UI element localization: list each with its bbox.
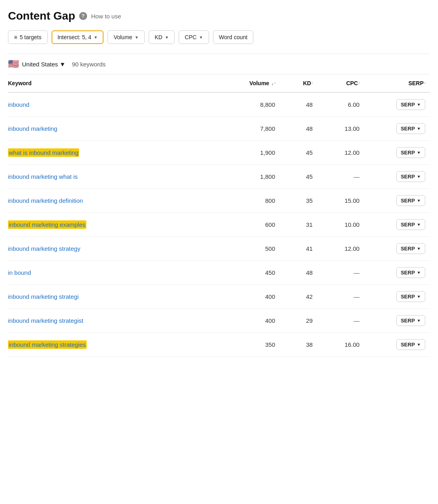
serp-button[interactable]: SERP ▼ xyxy=(396,339,425,350)
cpc-cell: 16.00 xyxy=(317,333,364,357)
kd-cell: 41 xyxy=(280,237,318,261)
location-bar: 🇺🇸 United States ▼ 90 keywords xyxy=(8,54,430,74)
serp-cell: SERP ▼ xyxy=(364,189,430,213)
keyword-cell: what is inbound marketing xyxy=(8,141,219,165)
intersect-button[interactable]: Intersect: 5, 4 ▼ xyxy=(52,30,104,44)
keywords-table: Keyword Volume ↓ⁱ KDⁱ CPCⁱ SERPⁱ in xyxy=(8,74,430,357)
page-container: Content Gap ? How to use ≡ 5 targets Int… xyxy=(0,0,438,504)
intersect-label: Intersect: 5, 4 xyxy=(58,34,92,40)
serp-label: SERP xyxy=(401,102,415,108)
serp-label: SERP xyxy=(401,174,415,180)
serp-button[interactable]: SERP ▼ xyxy=(396,195,425,206)
keyword-cell: inbound marketing xyxy=(8,117,219,141)
serp-cell: SERP ▼ xyxy=(364,333,430,357)
serp-button[interactable]: SERP ▼ xyxy=(396,315,425,326)
kd-cell: 35 xyxy=(280,189,318,213)
cpc-cell: — xyxy=(317,285,364,309)
table-row: in bound45048—SERP ▼ xyxy=(8,261,430,285)
serp-label: SERP xyxy=(401,318,415,324)
volume-cell: 500 xyxy=(219,237,280,261)
keyword-link[interactable]: inbound marketing xyxy=(8,125,57,132)
serp-chevron-icon: ▼ xyxy=(417,318,421,323)
column-header-cpc[interactable]: CPCⁱ xyxy=(317,74,364,92)
keyword-cell: inbound xyxy=(8,92,219,117)
kd-chevron-icon: ▼ xyxy=(165,35,169,40)
serp-cell: SERP ▼ xyxy=(364,213,430,237)
keyword-cell: inbound marketing strategist xyxy=(8,309,219,333)
table-row: inbound marketing what is1,80045—SERP ▼ xyxy=(8,165,430,189)
serp-label: SERP xyxy=(401,222,415,228)
column-header-volume[interactable]: Volume ↓ⁱ xyxy=(219,74,280,92)
targets-button[interactable]: ≡ 5 targets xyxy=(8,30,48,44)
keyword-link[interactable]: inbound marketing strategi xyxy=(8,293,79,300)
keyword-link[interactable]: inbound marketing strategy xyxy=(8,245,80,252)
kd-cell: 48 xyxy=(280,117,318,141)
volume-cell: 400 xyxy=(219,309,280,333)
volume-cell: 350 xyxy=(219,333,280,357)
kd-cell: 42 xyxy=(280,285,318,309)
cpc-cell: 10.00 xyxy=(317,213,364,237)
keyword-link[interactable]: inbound marketing strategist xyxy=(8,317,83,324)
kd-button[interactable]: KD ▼ xyxy=(149,30,175,44)
keyword-link[interactable]: inbound marketing examples xyxy=(8,220,86,229)
targets-label: 5 targets xyxy=(20,34,41,40)
serp-cell: SERP ▼ xyxy=(364,261,430,285)
serp-cell: SERP ▼ xyxy=(364,309,430,333)
cpc-info-icon: ⁱ xyxy=(359,82,360,86)
help-icon[interactable]: ? xyxy=(79,12,87,20)
serp-button[interactable]: SERP ▼ xyxy=(396,219,425,230)
serp-button[interactable]: SERP ▼ xyxy=(396,291,425,302)
serp-label: SERP xyxy=(401,246,415,252)
keyword-link[interactable]: inbound xyxy=(8,101,29,108)
serp-label: SERP xyxy=(401,198,415,204)
column-header-kd[interactable]: KDⁱ xyxy=(280,74,318,92)
serp-button[interactable]: SERP ▼ xyxy=(396,267,425,278)
cpc-cell: 6.00 xyxy=(317,92,364,117)
kd-cell: 31 xyxy=(280,213,318,237)
word-count-button[interactable]: Word count xyxy=(213,30,253,44)
keyword-cell: inbound marketing strategi xyxy=(8,285,219,309)
cpc-cell: 13.00 xyxy=(317,117,364,141)
cpc-cell: 15.00 xyxy=(317,189,364,213)
serp-label: SERP xyxy=(401,342,415,348)
keyword-link[interactable]: inbound marketing strategies xyxy=(8,340,87,349)
table-row: inbound marketing definition8003515.00SE… xyxy=(8,189,430,213)
keyword-link[interactable]: inbound marketing what is xyxy=(8,173,78,180)
column-header-keyword: Keyword xyxy=(8,74,219,92)
cpc-chevron-icon: ▼ xyxy=(199,35,203,40)
kd-cell: 45 xyxy=(280,165,318,189)
kd-info-icon: ⁱ xyxy=(312,82,313,86)
column-header-serp[interactable]: SERPⁱ xyxy=(364,74,430,92)
volume-cell: 1,900 xyxy=(219,141,280,165)
how-to-use-link[interactable]: How to use xyxy=(91,13,121,20)
serp-chevron-icon: ▼ xyxy=(417,102,421,107)
serp-button[interactable]: SERP ▼ xyxy=(396,171,425,182)
table-body: inbound8,800486.00SERP ▼inbound marketin… xyxy=(8,92,430,357)
volume-info-icon: ⁱ xyxy=(275,82,275,86)
serp-button[interactable]: SERP ▼ xyxy=(396,147,425,158)
keyword-count: 90 keywords xyxy=(72,61,106,68)
volume-cell: 7,800 xyxy=(219,117,280,141)
volume-chevron-icon: ▼ xyxy=(135,35,139,40)
country-selector[interactable]: United States ▼ xyxy=(22,61,66,68)
serp-chevron-icon: ▼ xyxy=(417,270,421,275)
kd-cell: 38 xyxy=(280,333,318,357)
serp-button[interactable]: SERP ▼ xyxy=(396,243,425,254)
sort-icon: ↓ xyxy=(272,82,274,86)
serp-chevron-icon: ▼ xyxy=(417,174,421,179)
toolbar: ≡ 5 targets Intersect: 5, 4 ▼ Volume ▼ K… xyxy=(8,30,430,44)
keyword-link[interactable]: in bound xyxy=(8,269,31,276)
volume-cell: 400 xyxy=(219,285,280,309)
country-chevron-icon: ▼ xyxy=(60,61,66,68)
keyword-link[interactable]: inbound marketing definition xyxy=(8,197,83,204)
page-title: Content Gap xyxy=(8,10,75,22)
keywords-table-container: Keyword Volume ↓ⁱ KDⁱ CPCⁱ SERPⁱ in xyxy=(8,74,430,357)
table-row: inbound marketing strategy5004112.00SERP… xyxy=(8,237,430,261)
table-row: inbound marketing strategist40029—SERP ▼ xyxy=(8,309,430,333)
table-row: inbound marketing examples6003110.00SERP… xyxy=(8,213,430,237)
keyword-link[interactable]: what is inbound marketing xyxy=(8,148,79,157)
serp-button[interactable]: SERP ▼ xyxy=(396,123,425,134)
cpc-button[interactable]: CPC ▼ xyxy=(179,30,209,44)
volume-button[interactable]: Volume ▼ xyxy=(108,30,145,44)
serp-button[interactable]: SERP ▼ xyxy=(396,99,425,110)
